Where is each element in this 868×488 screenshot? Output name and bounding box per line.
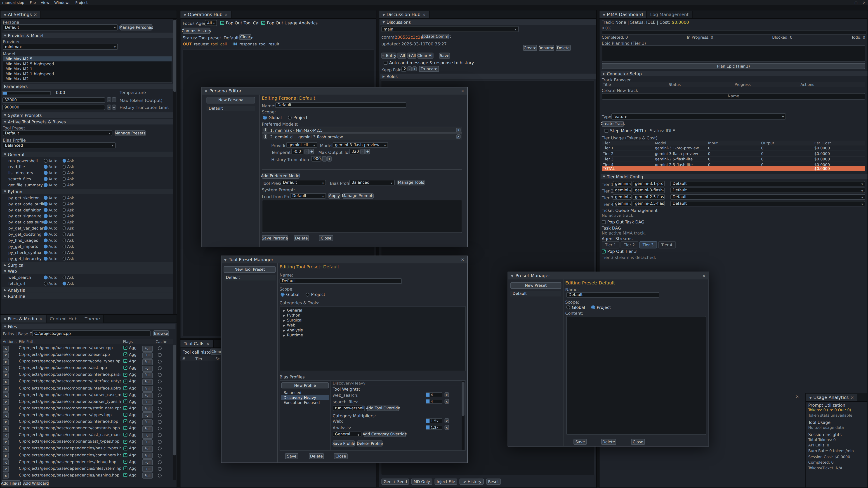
delete-profile-button[interactable]: Delete Profile: [357, 440, 383, 447]
reorder-handle[interactable]: ↕: [264, 134, 268, 139]
remove-file-button[interactable]: x: [3, 346, 9, 352]
model-list-item[interactable]: MiniMax-M2.5-highspeed: [3, 61, 172, 66]
agg-checkbox[interactable]: [123, 446, 127, 450]
pe-history-decrement-button[interactable]: -: [322, 156, 327, 162]
add-preferred-model-button[interactable]: Add Preferred Model: [262, 173, 300, 179]
pm-delete-button[interactable]: Delete: [601, 439, 616, 445]
tier-model-config-header[interactable]: ▼ Tier Model Config: [600, 174, 867, 179]
collapse-icon[interactable]: ▼: [382, 13, 385, 17]
keep-pairs-increment-button[interactable]: +: [412, 66, 417, 71]
category-tree-item[interactable]: ▶General: [280, 308, 465, 313]
pe-provider-select[interactable]: gemini_cli▾: [286, 142, 317, 148]
multiplier-value-input[interactable]: 1.3x: [426, 425, 442, 430]
max-tokens-decrement-button[interactable]: -: [107, 97, 112, 102]
auto-radio[interactable]: [43, 220, 47, 224]
close-tab-icon[interactable]: ×: [33, 12, 37, 17]
add-tool-override-button[interactable]: Add Tool Override: [367, 405, 399, 411]
expand-icon[interactable]: ▶: [283, 323, 285, 327]
close-dialog-icon[interactable]: ×: [702, 273, 706, 278]
full-button[interactable]: Full: [142, 399, 153, 405]
discussion-action-button[interactable]: Inject File: [434, 479, 457, 485]
update-commit-button[interactable]: Update Commit: [423, 34, 449, 39]
ask-radio[interactable]: [62, 177, 66, 181]
auto-radio[interactable]: [43, 165, 47, 168]
tab-operations-hub[interactable]: ▼ Operations Hub ×: [180, 11, 232, 18]
close-dialog-icon[interactable]: ×: [461, 89, 464, 94]
discussion-action-button[interactable]: Reset: [486, 479, 501, 485]
files-section-header[interactable]: ▼ Files: [2, 324, 176, 329]
temperature-slider[interactable]: [2, 91, 51, 95]
add-entry-button[interactable]: + Entry: [381, 53, 396, 59]
create-discussion-button[interactable]: Create: [523, 45, 537, 51]
tab-tool-calls[interactable]: Tool Calls ×: [180, 340, 214, 348]
add-category-override-button[interactable]: Add Category Override: [364, 431, 406, 437]
epic-planning-textarea[interactable]: [602, 45, 865, 62]
category-tree-item[interactable]: ▶Surgical: [280, 318, 465, 323]
remove-file-button[interactable]: x: [3, 365, 9, 372]
auto-radio[interactable]: [43, 159, 47, 162]
conductor-setup-header[interactable]: ▶ Conductor Setup: [600, 71, 867, 76]
remove-weight-button[interactable]: x: [445, 399, 449, 404]
agg-checkbox[interactable]: [123, 420, 127, 423]
files-scrollbar[interactable]: [174, 345, 176, 480]
remove-file-button[interactable]: x: [3, 413, 9, 419]
save-persona-button[interactable]: Save Persona: [262, 235, 288, 241]
discussion-action-button[interactable]: -> History: [460, 479, 484, 485]
pm-close-button[interactable]: Close: [631, 439, 645, 445]
ask-radio[interactable]: [62, 171, 66, 175]
group-header-surgical[interactable]: ▶Surgical: [2, 262, 173, 268]
create-track-button[interactable]: Create Track: [602, 121, 624, 127]
remove-file-button[interactable]: x: [3, 352, 9, 358]
remove-multiplier-button[interactable]: x: [445, 418, 449, 423]
collapse-icon[interactable]: ▼: [184, 13, 186, 17]
system-prompts-header[interactable]: ▼ System Prompts: [2, 112, 176, 118]
remove-file-button[interactable]: x: [3, 432, 9, 438]
tool-preset-select[interactable]: Default▾: [3, 130, 112, 136]
auto-radio[interactable]: [43, 257, 47, 260]
pe-max-output-decrement-button[interactable]: -: [360, 149, 365, 154]
persona-select[interactable]: Default▾: [3, 24, 118, 31]
full-button[interactable]: Full: [142, 459, 153, 465]
expand-icon[interactable]: ▶: [283, 333, 285, 337]
clear-all-button[interactable]: Clear All: [417, 53, 434, 59]
auto-radio[interactable]: [43, 245, 47, 248]
auto-radio[interactable]: [43, 282, 47, 285]
plus-all-button[interactable]: +All: [407, 53, 416, 59]
comms-history-button[interactable]: Comms History: [183, 28, 210, 34]
remove-file-button[interactable]: x: [3, 473, 9, 479]
tpm-scope-global-radio[interactable]: [281, 293, 285, 297]
new-tool-preset-button[interactable]: New Tool Preset: [223, 266, 276, 273]
save-discussion-button[interactable]: Save: [439, 53, 450, 59]
discussions-header[interactable]: ▼ Discussions: [380, 20, 596, 25]
pe-model-select[interactable]: gemini-3-flash-preview▾: [333, 142, 388, 148]
expand-icon[interactable]: ▶: [283, 313, 285, 317]
ask-radio[interactable]: [62, 196, 66, 200]
scope-global-radio[interactable]: [263, 116, 267, 120]
full-button[interactable]: Full: [142, 413, 153, 419]
agg-checkbox[interactable]: [123, 399, 127, 403]
auto-radio[interactable]: [43, 251, 47, 254]
remove-file-button[interactable]: x: [3, 439, 9, 445]
ask-radio[interactable]: [62, 257, 66, 260]
agg-checkbox[interactable]: [123, 359, 127, 363]
manage-personas-button[interactable]: Manage Personas: [120, 24, 152, 31]
group-header-general[interactable]: ▼General: [2, 152, 173, 157]
base-dir-input[interactable]: C:/projects/gencpp: [32, 330, 151, 336]
new-persona-button[interactable]: New Persona: [206, 97, 255, 103]
menu-item[interactable]: Project: [75, 0, 88, 5]
auto-radio[interactable]: [43, 226, 47, 230]
category-tree-item[interactable]: ▶Web: [280, 323, 465, 328]
persona-editor-titlebar[interactable]: ▼ Persona Editor ×: [202, 88, 467, 95]
agg-checkbox[interactable]: [123, 406, 127, 410]
close-tab-icon[interactable]: ×: [206, 341, 210, 346]
full-button[interactable]: Full: [142, 365, 153, 372]
ask-radio[interactable]: [62, 159, 66, 162]
pe-history-increment-button[interactable]: +: [327, 156, 332, 162]
profile-list-item[interactable]: Discovery-Heavy: [281, 395, 329, 400]
tpm-close-button[interactable]: Close: [334, 453, 348, 459]
delete-discussion-button[interactable]: Delete: [556, 45, 571, 51]
auto-radio[interactable]: [43, 171, 47, 175]
tier-provider-select[interactable]: gemini▾: [613, 181, 631, 186]
tpm-scope-project-radio[interactable]: [306, 293, 309, 297]
model-list-item[interactable]: MiniMax-M2: [3, 76, 172, 81]
